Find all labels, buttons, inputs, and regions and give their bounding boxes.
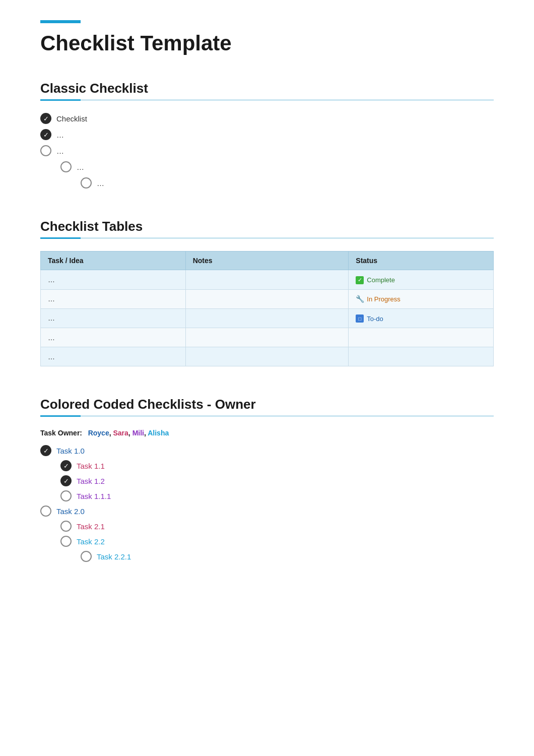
owner-sara: Sara bbox=[113, 429, 128, 437]
table-cell-status: □ To-do bbox=[349, 308, 494, 328]
checkbox-empty-icon[interactable] bbox=[60, 490, 72, 501]
checkbox-empty-icon[interactable] bbox=[60, 536, 72, 547]
list-item: … bbox=[40, 145, 494, 156]
checklist-tables-title: Checklist Tables bbox=[40, 219, 494, 234]
list-item: ✓ … bbox=[40, 129, 494, 140]
inprogress-icon: 🔧 bbox=[356, 295, 364, 303]
checkbox-empty-icon[interactable] bbox=[40, 145, 51, 156]
list-item: Task 2.1 bbox=[60, 521, 494, 532]
checkbox-checked-icon[interactable]: ✓ bbox=[60, 460, 72, 471]
colored-task-label: Task 2.2.1 bbox=[97, 552, 131, 561]
table-row: … bbox=[41, 328, 494, 347]
checklist-item-label: … bbox=[56, 147, 64, 155]
list-item: Task 2.2.1 bbox=[81, 551, 494, 562]
checkbox-empty-icon[interactable] bbox=[40, 506, 51, 517]
owner-label: Task Owner: bbox=[40, 429, 82, 437]
checkbox-checked-icon[interactable]: ✓ bbox=[40, 129, 51, 140]
table-cell-status: 🔧 In Progress bbox=[349, 289, 494, 308]
colored-checklist-header: Colored Coded Checklists - Owner bbox=[40, 397, 494, 417]
list-item: Task 2.0 bbox=[40, 506, 494, 517]
table-cell-notes bbox=[185, 289, 349, 308]
status-badge-inprogress: 🔧 In Progress bbox=[356, 295, 400, 303]
colored-checklist-divider bbox=[40, 415, 494, 417]
table-row: … 🔧 In Progress bbox=[41, 289, 494, 308]
table-cell-notes bbox=[185, 347, 349, 366]
checkbox-empty-icon[interactable] bbox=[81, 551, 92, 562]
checkbox-checked-icon[interactable]: ✓ bbox=[60, 475, 72, 486]
table-cell-task: … bbox=[41, 347, 186, 366]
list-item: Task 2.2 bbox=[60, 536, 494, 547]
colored-task-label: Task 1.0 bbox=[56, 447, 85, 455]
classic-checklist-header: Classic Checklist bbox=[40, 81, 494, 101]
colored-checklist-title: Colored Coded Checklists - Owner bbox=[40, 397, 494, 412]
colored-task-label: Task 1.2 bbox=[77, 477, 105, 485]
owner-separator bbox=[84, 429, 86, 437]
table-row: … ✓ Complete bbox=[41, 270, 494, 290]
checklist-table: Task / Idea Notes Status … ✓ Complete … bbox=[40, 251, 494, 366]
table-cell-notes bbox=[185, 308, 349, 328]
classic-checklist-divider bbox=[40, 99, 494, 101]
status-badge-complete: ✓ Complete bbox=[356, 276, 395, 284]
top-accent-bar bbox=[40, 20, 81, 23]
status-label: In Progress bbox=[367, 295, 400, 303]
checklist-tables-section: Checklist Tables Task / Idea Notes Statu… bbox=[40, 219, 494, 366]
list-item: ✓ Task 1.2 bbox=[60, 475, 494, 486]
colored-checklist-list: ✓ Task 1.0 ✓ Task 1.1 ✓ Task 1.2 Task 1.… bbox=[40, 445, 494, 562]
checkbox-checked-icon[interactable]: ✓ bbox=[40, 445, 51, 456]
list-item: … bbox=[81, 177, 494, 188]
col-header-task: Task / Idea bbox=[41, 251, 186, 270]
table-cell-status: ✓ Complete bbox=[349, 270, 494, 290]
status-label: Complete bbox=[367, 276, 395, 284]
checklist-tables-header: Checklist Tables bbox=[40, 219, 494, 239]
checkbox-empty-icon[interactable] bbox=[60, 521, 72, 532]
list-item: ✓ Task 1.1 bbox=[60, 460, 494, 471]
list-item: … bbox=[60, 161, 494, 172]
checkbox-empty-icon[interactable] bbox=[81, 177, 92, 188]
table-cell-task: … bbox=[41, 289, 186, 308]
checklist-item-label: … bbox=[77, 163, 84, 171]
table-row: … □ To-do bbox=[41, 308, 494, 328]
checklist-item-label: … bbox=[97, 179, 104, 187]
list-item: ✓ Checklist bbox=[40, 113, 494, 124]
table-row: … bbox=[41, 347, 494, 366]
list-item: Task 1.1.1 bbox=[60, 490, 494, 501]
owner-alisha: Alisha bbox=[148, 429, 169, 437]
checkbox-checked-icon[interactable]: ✓ bbox=[40, 113, 51, 124]
checkbox-empty-icon[interactable] bbox=[60, 161, 72, 172]
todo-icon: □ bbox=[356, 314, 364, 323]
owner-mili: Mili bbox=[132, 429, 144, 437]
table-cell-notes bbox=[185, 270, 349, 290]
table-cell-notes bbox=[185, 328, 349, 347]
status-badge-todo: □ To-do bbox=[356, 314, 383, 323]
col-header-status: Status bbox=[349, 251, 494, 270]
colored-task-label: Task 1.1 bbox=[77, 462, 105, 470]
checklist-tables-divider bbox=[40, 237, 494, 239]
complete-icon: ✓ bbox=[356, 276, 364, 284]
table-cell-task: … bbox=[41, 270, 186, 290]
table-cell-task: … bbox=[41, 328, 186, 347]
colored-task-label: Task 2.1 bbox=[77, 522, 105, 531]
table-cell-status bbox=[349, 328, 494, 347]
colored-checklist-section: Colored Coded Checklists - Owner Task Ow… bbox=[40, 397, 494, 562]
checklist-item-label: Checklist bbox=[56, 114, 87, 123]
list-item: ✓ Task 1.0 bbox=[40, 445, 494, 456]
owner-royce: Royce bbox=[88, 429, 109, 437]
classic-checklist-title: Classic Checklist bbox=[40, 81, 494, 96]
colored-task-label: Task 2.2 bbox=[77, 537, 105, 546]
page-title: Checklist Template bbox=[40, 31, 494, 55]
checklist-item-label: … bbox=[56, 131, 64, 139]
status-label: To-do bbox=[367, 315, 383, 323]
colored-task-label: Task 2.0 bbox=[56, 507, 85, 516]
colored-task-label: Task 1.1.1 bbox=[77, 492, 111, 500]
classic-checklist-list: ✓ Checklist ✓ … … … … bbox=[40, 113, 494, 188]
col-header-notes: Notes bbox=[185, 251, 349, 270]
table-cell-task: … bbox=[41, 308, 186, 328]
table-cell-status bbox=[349, 347, 494, 366]
task-owner-line: Task Owner: Royce, Sara, Mili, Alisha bbox=[40, 429, 494, 437]
classic-checklist-section: Classic Checklist ✓ Checklist ✓ … … … … bbox=[40, 81, 494, 188]
